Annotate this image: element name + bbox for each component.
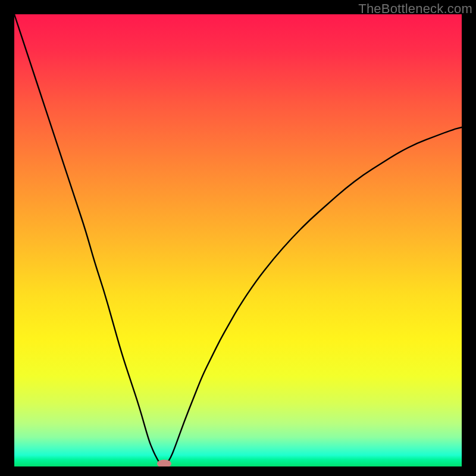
chart-background <box>14 14 462 466</box>
watermark-text: TheBottleneck.com <box>358 1 472 17</box>
bottleneck-chart <box>14 14 462 466</box>
chart-frame <box>14 14 462 466</box>
